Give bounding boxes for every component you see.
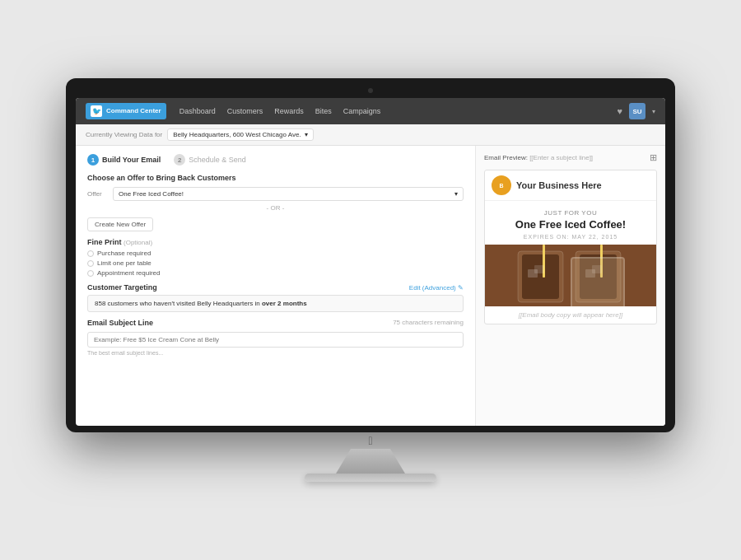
dropdown-arrow-icon[interactable]: ▾ xyxy=(652,108,655,115)
nav-rewards[interactable]: Rewards xyxy=(274,107,304,115)
svg-rect-8 xyxy=(534,265,544,273)
svg-rect-6 xyxy=(600,245,603,278)
expand-icon[interactable]: ⊞ xyxy=(650,152,657,163)
fine-print-title: Fine Print (Optional) xyxy=(87,238,464,246)
svg-rect-10 xyxy=(592,265,602,273)
expires-text: EXPIRES ON: MAY 22, 2015 xyxy=(492,234,650,240)
nav-dashboard[interactable]: Dashboard xyxy=(179,107,216,115)
offer-row: Offer One Free Iced Coffee! ▾ xyxy=(87,187,464,201)
subject-line-input[interactable] xyxy=(87,332,464,348)
svg-rect-9 xyxy=(585,269,595,278)
email-preview: B Your Business Here Just For You One Fr… xyxy=(484,170,657,324)
monitor-base xyxy=(305,474,436,482)
svg-rect-2 xyxy=(522,254,559,299)
targeting-title: Customer Targeting xyxy=(87,283,157,292)
offer-section-title: Choose an Offer to Bring Back Customers xyxy=(87,174,464,182)
offer-chevron-icon: ▾ xyxy=(454,190,458,198)
create-new-offer-button[interactable]: Create New Offer xyxy=(87,217,153,231)
targeting-header: Customer Targeting Edit (Advanced) ✎ xyxy=(87,283,464,292)
nav-campaigns[interactable]: Campaigns xyxy=(343,107,381,115)
edit-icon: ✎ xyxy=(458,284,464,292)
checkbox-circle xyxy=(87,270,94,277)
brand-bird-icon: 🐦 xyxy=(91,105,102,117)
brand-name: Command Center xyxy=(106,108,161,115)
checkbox-circle xyxy=(87,260,94,267)
location-chevron-icon: ▾ xyxy=(305,131,308,138)
business-name: Your Business Here xyxy=(516,180,602,190)
checkbox-limit-one[interactable]: Limit one per table xyxy=(87,259,464,267)
location-value: Belly Headquarters, 600 West Chicago Ave… xyxy=(173,131,301,138)
svg-rect-3 xyxy=(576,251,621,302)
checkbox-group: Purchase required Limit one per table Ap… xyxy=(87,250,464,277)
step-1-number: 1 xyxy=(87,154,99,166)
svg-rect-0 xyxy=(485,245,656,306)
preview-subject-placeholder: [[Enter a subject line]] xyxy=(529,154,593,161)
char-count: 75 characters remaining xyxy=(393,319,464,327)
email-body: Just For You One Free Iced Coffee! EXPIR… xyxy=(485,201,656,240)
step-1: 1 Build Your Email xyxy=(87,154,161,166)
location-bar: Currently Viewing Data for Belly Headqua… xyxy=(76,124,665,146)
checkbox-appointment[interactable]: Appointment required xyxy=(87,269,464,277)
preview-header: Email Preview: [[Enter a subject line]] … xyxy=(484,152,657,163)
monitor-stand xyxy=(321,449,420,474)
steps-header: 1 Build Your Email 2 Schedule & Send xyxy=(87,154,464,166)
navbar: 🐦 Command Center Dashboard Customers Rew… xyxy=(76,98,665,124)
favorites-icon[interactable]: ♥ xyxy=(617,106,622,116)
left-panel: 1 Build Your Email 2 Schedule & Send Cho… xyxy=(76,146,476,426)
offer-selected-value: One Free Iced Coffee! xyxy=(119,190,184,198)
monitor-screen: 🐦 Command Center Dashboard Customers Rew… xyxy=(76,98,665,426)
business-logo: B xyxy=(492,175,511,195)
subject-line-header: Email Subject Line 75 characters remaini… xyxy=(87,319,464,327)
location-label: Currently Viewing Data for xyxy=(86,131,162,138)
camera-dot xyxy=(368,88,373,93)
coffee-image xyxy=(485,245,656,306)
brand-logo: 🐦 Command Center xyxy=(86,103,166,119)
checkbox-purchase-required[interactable]: Purchase required xyxy=(87,250,464,257)
targeting-box: 858 customers who haven't visited Belly … xyxy=(87,295,464,312)
just-for-you-label: Just For You xyxy=(492,209,650,217)
apple-logo:  xyxy=(368,434,372,447)
targeting-description: 858 customers who haven't visited Belly … xyxy=(95,300,260,307)
monitor-wrapper: 🐦 Command Center Dashboard Customers Rew… xyxy=(66,78,675,482)
offer-headline: One Free Iced Coffee! xyxy=(492,218,650,231)
divider-or: - OR - xyxy=(87,204,464,212)
offer-label: Offer xyxy=(87,190,108,198)
nav-right: ♥ SU ▾ xyxy=(617,103,655,119)
nav-items: Dashboard Customers Rewards Bites Campai… xyxy=(179,107,604,115)
optional-label: (Optional) xyxy=(124,239,152,246)
nav-customers[interactable]: Customers xyxy=(227,107,263,115)
nav-bites[interactable]: Bites xyxy=(315,107,332,115)
step-2-label: Schedule & Send xyxy=(189,156,246,164)
email-footer: [[Email body copy will appear here]] xyxy=(485,306,656,324)
email-body-copy: [[Email body copy will appear here]] xyxy=(492,311,650,319)
location-select[interactable]: Belly Headquarters, 600 West Chicago Ave… xyxy=(167,128,313,141)
subject-hint: The best email subject lines... xyxy=(87,350,464,356)
step-2: 2 Schedule & Send xyxy=(174,154,246,166)
user-avatar[interactable]: SU xyxy=(629,103,645,119)
targeting-highlight: over 2 months xyxy=(262,300,307,307)
right-panel: Email Preview: [[Enter a subject line]] … xyxy=(476,146,665,426)
email-preview-header: B Your Business Here xyxy=(485,170,656,201)
step-2-number: 2 xyxy=(174,154,185,166)
main-content: 1 Build Your Email 2 Schedule & Send Cho… xyxy=(76,146,665,426)
monitor-body: 🐦 Command Center Dashboard Customers Rew… xyxy=(66,78,675,432)
step-1-label: Build Your Email xyxy=(102,156,161,164)
offer-select[interactable]: One Free Iced Coffee! ▾ xyxy=(113,187,464,201)
edit-advanced-link[interactable]: Edit (Advanced) ✎ xyxy=(409,284,464,292)
checkbox-circle xyxy=(87,250,94,257)
svg-rect-4 xyxy=(580,254,617,299)
preview-title: Email Preview: [[Enter a subject line]] xyxy=(484,154,593,161)
